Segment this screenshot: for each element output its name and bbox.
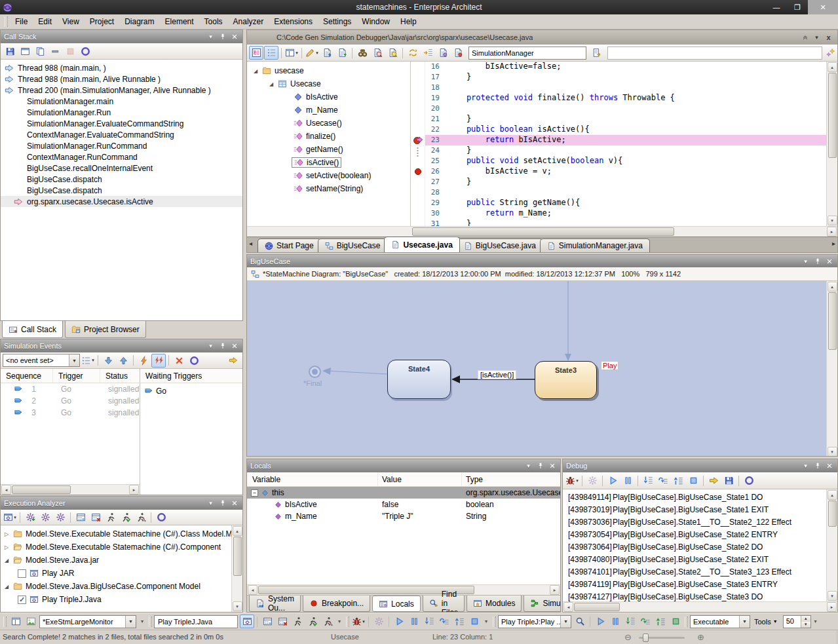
cancel-build-icon[interactable]	[275, 615, 290, 628]
panel-menu-button[interactable]: ▾	[524, 461, 533, 470]
sync-tree-icon[interactable]	[406, 46, 420, 60]
pin-icon[interactable]	[812, 257, 822, 266]
structure-tree-icon[interactable]	[249, 46, 263, 60]
code-line-29[interactable]: 29 public String getName(){	[425, 198, 826, 208]
panel-menu-button[interactable]: ▾	[206, 341, 216, 350]
debug-vscrollbar[interactable]: ▴ ▾	[826, 489, 837, 601]
debug-log-row[interactable]: [439874080]Play[BigUseCase].BigUseCase_S…	[563, 553, 826, 565]
dock-tab-locals[interactable]: Locals	[372, 596, 421, 612]
sim-step-into-icon[interactable]	[623, 615, 638, 628]
breakpoint-marker[interactable]	[413, 166, 423, 177]
speed-spinner[interactable]: 50 ▲▼	[783, 615, 811, 628]
delete-event-icon[interactable]	[172, 354, 186, 368]
code-line-31[interactable]: 31 }	[425, 219, 826, 226]
intellisense-combo[interactable]: SimulationManager	[468, 47, 586, 60]
save-source-icon[interactable]	[320, 46, 334, 60]
find-icon[interactable]	[355, 46, 370, 60]
code-line-25[interactable]: 25 public void setActive(boolean v){	[425, 156, 826, 166]
state3-node[interactable]: State3	[535, 361, 597, 399]
diagram-canvas[interactable]: *Final State4 State3 Play [isActive()] ▴…	[247, 281, 837, 456]
scroll-right-button[interactable]: ▸	[129, 485, 139, 495]
scroll-up-button[interactable]: ▴	[828, 282, 837, 292]
dock-tab-simulation[interactable]: Simulation	[524, 596, 561, 612]
structure-tree-row[interactable]: m_Name	[247, 104, 410, 117]
code-line-16[interactable]: 16 bIsActive=false;	[425, 62, 826, 72]
final-transition-line[interactable]	[327, 371, 387, 374]
chevron-down-icon[interactable]: ▼	[69, 354, 79, 366]
auto-fire-triggers-icon[interactable]	[151, 354, 166, 368]
attach-process-icon[interactable]	[371, 615, 386, 628]
executable-combo[interactable]: Executable▼	[690, 615, 750, 628]
execution-point-marker[interactable]	[413, 135, 423, 145]
fire-trigger-icon[interactable]	[136, 354, 151, 368]
scrollbar-thumb[interactable]	[12, 485, 71, 494]
close-editor-button[interactable]: x	[824, 33, 833, 42]
command-field[interactable]	[607, 47, 822, 60]
scroll-up-button[interactable]: ▴	[828, 62, 837, 72]
panel-menu-button[interactable]: ▾	[206, 32, 216, 41]
event-row[interactable]: 3 Go signalled	[1, 407, 140, 419]
breakpoint-list-icon[interactable]	[451, 46, 465, 60]
edit-source-icon[interactable]: ▾	[305, 46, 319, 60]
stack-frame-row[interactable]: SimulationManager.Run	[1, 107, 242, 118]
minimize-button[interactable]: —	[766, 0, 787, 14]
analyzer-tree-row[interactable]: Play JAR	[1, 567, 231, 580]
copy-stack-icon[interactable]	[33, 45, 47, 58]
stack-frame-row[interactable]: BigUseCase.recallOneInternalEvent	[1, 162, 242, 174]
record-stack-icon[interactable]	[63, 45, 77, 58]
debug-run-icon[interactable]	[392, 615, 406, 628]
structure-tree-row[interactable]: bIsActive	[247, 90, 410, 104]
help-icon[interactable]	[154, 510, 168, 524]
code-line-27[interactable]: 27 }	[425, 177, 826, 187]
chevron-down-icon[interactable]: ▼	[560, 616, 571, 628]
stack-thread-row[interactable]: Thread 988 (main.main, Alive Runnable )	[1, 73, 242, 85]
column-status[interactable]: Status	[100, 369, 140, 383]
collapsed-arrow-icon[interactable]: ▷	[3, 531, 10, 537]
pin-icon[interactable]	[218, 499, 227, 508]
structure-tree-row[interactable]: setName(String)	[247, 182, 410, 195]
expanded-arrow-icon[interactable]: ◢	[3, 558, 10, 563]
structure-tree-row[interactable]: ◢Usecase	[247, 77, 410, 90]
analyzer-windows-icon[interactable]: ▾	[3, 510, 17, 524]
panel-menu-button[interactable]: ▾	[801, 461, 810, 470]
scrollbar-thumb[interactable]	[233, 537, 242, 576]
menu-settings[interactable]: Settings	[318, 15, 356, 28]
step-out-icon[interactable]	[452, 615, 467, 628]
panel-menu-button[interactable]: ▾	[812, 33, 822, 42]
simulation-script-combo[interactable]: Play TripleJ:Play ...▼	[498, 615, 571, 628]
maximize-editor-icon[interactable]	[800, 33, 810, 42]
menu-file[interactable]: File	[10, 15, 33, 28]
panel-menu-button[interactable]: ▾	[206, 499, 216, 508]
stack-frame-row[interactable]: ContextManager.EvaluateCommandString	[1, 129, 242, 140]
event-row[interactable]: 1 Go signalled	[1, 383, 140, 395]
column-value[interactable]: Value	[378, 472, 462, 486]
build-icon[interactable]	[260, 615, 275, 628]
final-state-node[interactable]	[309, 366, 321, 378]
dock-tab-modules[interactable]: Modules	[467, 596, 522, 612]
scroll-up-button[interactable]: ▴	[233, 526, 242, 536]
analyzer-tree-row[interactable]: ▷Model.Steve.Executable Statemachine (C#…	[1, 527, 231, 540]
expanded-arrow-icon[interactable]: ◢	[3, 584, 10, 590]
close-panel-button[interactable]	[547, 461, 557, 470]
structure-tree-row[interactable]: Usecase()	[247, 117, 410, 130]
editor-tab-simulationmanager-java[interactable]: SimulationManager.java	[540, 238, 650, 252]
menu-element[interactable]: Element	[160, 15, 199, 28]
debugger-menu-icon[interactable]: ▾	[351, 615, 366, 628]
workspace-layout-icon[interactable]	[9, 615, 23, 628]
dock-tab-project-browser[interactable]: Project Browser	[65, 321, 146, 338]
cancel-build-icon[interactable]	[88, 510, 103, 524]
pin-icon[interactable]	[812, 461, 822, 470]
stack-frame-row[interactable]: BigUseCase.dispatch	[1, 185, 242, 196]
menu-window[interactable]: Window	[356, 15, 395, 28]
stack-window-icon[interactable]	[18, 45, 32, 58]
code-line-26[interactable]: 26 bIsActive = v;	[425, 166, 826, 177]
expanded-arrow-icon[interactable]: ◢	[252, 68, 259, 74]
scroll-right-button[interactable]: ▸	[550, 585, 560, 595]
pin-icon[interactable]	[535, 461, 545, 470]
debug-script-icon[interactable]	[134, 510, 148, 524]
step-over-icon[interactable]	[656, 474, 670, 487]
script-checkbox[interactable]	[18, 569, 26, 578]
stack-frame-row[interactable]: BigUseCase.dispatch	[1, 174, 242, 185]
save-stack-icon[interactable]	[3, 45, 17, 58]
show-execution-point-icon[interactable]	[706, 474, 721, 487]
